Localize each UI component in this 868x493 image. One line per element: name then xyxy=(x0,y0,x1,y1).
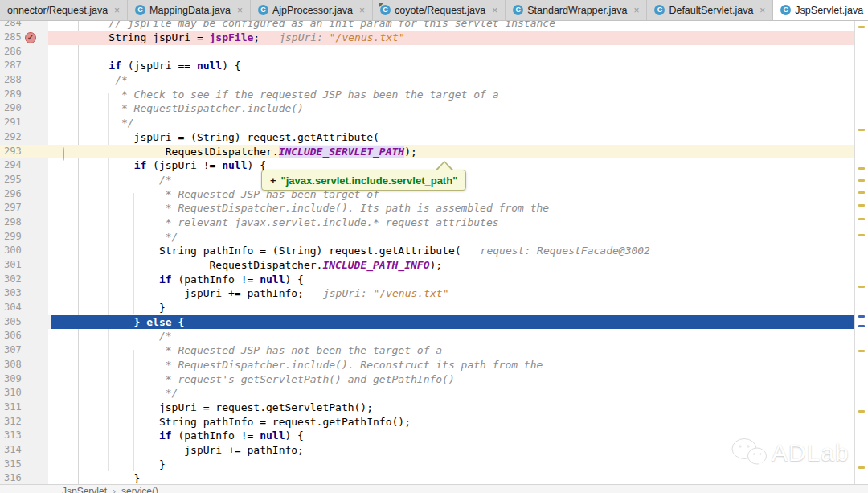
code-line-309[interactable]: 309 * request's getServletPath() and get… xyxy=(0,372,854,387)
stripe-mark-yellow[interactable] xyxy=(858,26,865,28)
stripe-mark-yellow[interactable] xyxy=(858,167,865,170)
code-line-307[interactable]: 307 * Requested JSP has not been the tar… xyxy=(0,343,854,358)
code-line-301[interactable]: 301 RequestDispatcher.INCLUDE_PATH_INFO)… xyxy=(0,258,854,273)
breadcrumb[interactable]: JspServlet›service() xyxy=(0,484,868,493)
code-line-290[interactable]: 290 * RequestDispatcher.include() xyxy=(0,101,854,116)
code-text: // jspFile may be configured as an init … xyxy=(48,21,555,26)
code-line-316[interactable]: 316 } xyxy=(0,471,854,484)
stripe-mark-blue[interactable] xyxy=(858,315,865,318)
tooltip-value: "javax.servlet.include.servlet_path" xyxy=(281,175,458,187)
code-segment: jspUri = request.getServletPath(); xyxy=(84,401,373,413)
debugger-value-tooltip[interactable]: + "javax.servlet.include.servlet_path" xyxy=(261,170,466,191)
code-line-291[interactable]: 291 */ xyxy=(0,116,854,130)
code-segment: ) { xyxy=(222,60,240,72)
line-number: 313 xyxy=(0,429,48,443)
code-line-289[interactable]: 289 * Check to see if the requested JSP … xyxy=(0,88,854,102)
code-line-298[interactable]: 298 * relevant javax.servlet.include.* r… xyxy=(0,216,854,230)
code-line-293[interactable]: 293 RequestDispatcher.INCLUDE_SERVLET_PA… xyxy=(0,145,854,159)
code-segment: jspFile xyxy=(210,31,254,43)
tab-close-icon[interactable]: × xyxy=(114,5,120,16)
code-editor[interactable]: 284 // jspFile may be configured as an i… xyxy=(0,21,854,484)
code-segment: ) { xyxy=(285,273,303,286)
tab-close-icon[interactable]: × xyxy=(633,5,639,16)
code-line-312[interactable]: 312 String pathInfo = request.getPathInf… xyxy=(0,415,854,429)
code-segment xyxy=(84,273,159,286)
class-icon: C xyxy=(258,5,268,15)
code-line-292[interactable]: 292 jspUri = (String) request.getAttribu… xyxy=(0,130,854,145)
intention-bulb-icon[interactable] xyxy=(63,147,72,158)
tooltip-arrow-icon xyxy=(435,161,454,170)
stripe-mark-yellow[interactable] xyxy=(858,218,865,220)
code-line-314[interactable]: 314 jspUri += pathInfo; xyxy=(0,443,854,458)
tab-coyote-request-java[interactable]: Ccoyote/Request.java× xyxy=(373,0,506,20)
code-segment: } xyxy=(84,302,166,314)
class-icon: C xyxy=(513,5,523,15)
stripe-mark-yellow[interactable] xyxy=(858,179,865,182)
tab-standardwrapper-java[interactable]: CStandardWrapper.java× xyxy=(506,0,647,20)
stripe-mark-yellow[interactable] xyxy=(858,191,865,194)
stripe-mark-yellow[interactable] xyxy=(858,234,865,236)
tab-defaultservlet-java[interactable]: CDefaultServlet.java× xyxy=(647,0,773,20)
breadcrumb-class[interactable]: JspServlet xyxy=(62,486,107,493)
hint-value: "/venus.txt" xyxy=(374,287,449,299)
stripe-mark-yellow[interactable] xyxy=(858,410,865,413)
code-segment: /* xyxy=(84,74,128,86)
stripe-mark-yellow[interactable] xyxy=(858,350,865,352)
code-text: if (pathInfo != null) { xyxy=(48,429,304,443)
stripe-mark-blue[interactable] xyxy=(858,325,865,327)
editor-tab-bar: onnector/Request.java×CMappingData.java×… xyxy=(0,0,868,21)
code-line-306[interactable]: 306 /* xyxy=(0,329,854,343)
code-line-299[interactable]: 299 */ xyxy=(0,230,854,244)
tab-onnector-request-java[interactable]: onnector/Request.java× xyxy=(0,0,128,20)
tab-jspservlet-java[interactable]: CJspServlet.java× xyxy=(773,0,868,20)
code-text: * RequestDispatcher.include(). Its path … xyxy=(48,201,549,216)
tooltip-plus-icon: + xyxy=(270,175,276,187)
code-text: String pathInfo = request.getPathInfo(); xyxy=(48,415,411,429)
tab-close-icon[interactable]: × xyxy=(492,5,497,16)
stripe-mark-yellow[interactable] xyxy=(858,129,865,131)
tab-mappingdata-java[interactable]: CMappingData.java× xyxy=(128,0,251,20)
code-segment: (jspUri != xyxy=(146,159,222,171)
code-text: * Check to see if the requested JSP has … xyxy=(48,88,499,102)
code-line-305[interactable]: 305 } else { xyxy=(0,315,854,330)
code-line-313[interactable]: 313 if (pathInfo != null) { xyxy=(0,429,854,443)
code-segment: String jspUri = xyxy=(84,31,210,43)
code-line-287[interactable]: 287 if (jspUri == null) { xyxy=(0,59,854,73)
line-number: 295 xyxy=(0,173,48,187)
code-line-288[interactable]: 288 /* xyxy=(0,73,854,88)
tab-close-icon[interactable]: × xyxy=(359,5,365,16)
code-segment: if xyxy=(108,60,121,72)
stripe-mark-yellow[interactable] xyxy=(858,286,865,288)
tab-close-icon[interactable]: × xyxy=(237,5,243,16)
class-icon: C xyxy=(135,5,145,15)
tab-ajpprocessor-java[interactable]: CAjpProcessor.java× xyxy=(251,0,373,20)
code-line-310[interactable]: 310 */ xyxy=(0,386,854,401)
breadcrumb-method[interactable]: service() xyxy=(121,486,158,493)
line-number: 306 xyxy=(0,329,48,343)
code-line-300[interactable]: 300 String pathInfo = (String) request.g… xyxy=(0,244,854,258)
code-segment: * Requested JSP has not been the target … xyxy=(84,344,442,356)
breakpoint-verified-icon[interactable]: ✓ xyxy=(25,32,36,43)
code-line-286[interactable]: 286 xyxy=(0,45,854,60)
code-line-302[interactable]: 302 if (pathInfo != null) { xyxy=(0,273,854,287)
tab-close-icon[interactable]: × xyxy=(760,5,765,16)
code-line-285[interactable]: 285 String jspUri = jspFile;jspUri: "/ve… xyxy=(0,31,854,45)
code-line-308[interactable]: 308 * RequestDispatcher.include(). Recon… xyxy=(0,358,854,372)
tab-label: DefaultServlet.java xyxy=(669,5,753,16)
stripe-mark-yellow[interactable] xyxy=(858,466,865,469)
code-line-315[interactable]: 315 } xyxy=(0,458,854,472)
code-line-311[interactable]: 311 jspUri = request.getServletPath(); xyxy=(0,401,854,415)
error-stripe[interactable] xyxy=(854,21,868,484)
code-segment: jspUri = (String) request.getAttribute( xyxy=(84,131,379,143)
inline-debug-hint: jspUri: "/venus.txt" xyxy=(279,31,405,43)
code-text: * RequestDispatcher.include() xyxy=(48,101,304,116)
code-line-304[interactable]: 304 } xyxy=(0,301,854,315)
stripe-mark-yellow[interactable] xyxy=(858,204,865,207)
code-line-284[interactable]: 284 // jspFile may be configured as an i… xyxy=(0,21,854,31)
code-line-303[interactable]: 303 jspUri += pathInfo;jspUri: "/venus.t… xyxy=(0,286,854,301)
tab-label: MappingData.java xyxy=(149,5,231,16)
code-segment: null xyxy=(197,60,222,72)
code-segment: null xyxy=(222,159,247,171)
code-line-297[interactable]: 297 * RequestDispatcher.include(). Its p… xyxy=(0,201,854,216)
code-segment: ); xyxy=(429,259,442,271)
